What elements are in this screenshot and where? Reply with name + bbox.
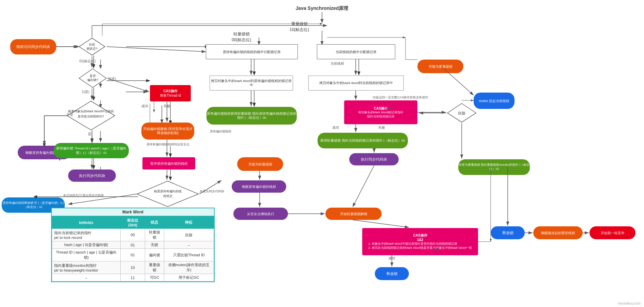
- orig-biased-alloc-record-node: 原持有偏向锁的线程的栈中分配锁记录: [206, 44, 298, 59]
- svg-text:偏向锁?: 偏向锁?: [87, 78, 98, 82]
- svg-marker-16: [79, 38, 105, 55]
- cell-bitfields-5: –: [52, 274, 121, 281]
- svg-text:程状态: 程状态: [163, 194, 172, 198]
- svg-marker-35: [137, 181, 198, 207]
- cas-op-heavy-ptr-node: CAS操作 将对象头的Mark Word锁记录指针 指向当前线程锁记录: [344, 100, 417, 124]
- get-light-lock-node: 获得轻量级锁 指向当前线程锁记录的指针 |（标志位）00: [318, 133, 408, 148]
- cell-state-4: 重量级锁: [145, 261, 164, 274]
- upgrade-to-light-node: 升级为轻量级锁: [237, 157, 283, 171]
- label-not: 不是: [66, 112, 73, 117]
- release-lock1-node: 释放锁: [491, 226, 525, 239]
- execute-sync-block2-node: 执行同步代码块: [349, 153, 399, 165]
- cell-state-3: 偏向锁: [145, 249, 164, 261]
- label-1-yes: 1(是): [82, 90, 89, 94]
- table-row: Thread ID | epoch | age | 1(是否偏向锁) 01 偏向…: [52, 249, 214, 261]
- label-yes: 是: [88, 132, 91, 136]
- svg-text:检查对象头的Mark Word中记录的: 检查对象头的Mark Word中记录的: [68, 110, 114, 113]
- self-spin-diamond: 自旋: [446, 103, 477, 123]
- cell-bitfields-4: 指向重量级monitor的指针ptr to heavyweight monito…: [52, 261, 121, 274]
- svg-line-72: [353, 165, 374, 207]
- spin-limit-label: 自旋达到一定次数CAS操作依然没有成功: [359, 95, 441, 100]
- svg-text:锁状态?: 锁状态?: [86, 47, 97, 50]
- mark-word-data-table: bitfields 标志位(2bit) 状态 特征 指向当前锁记录的指针ptr …: [52, 216, 214, 281]
- suspend-biased-node: 暂停原持有偏向锁的线程: [142, 157, 195, 169]
- new-competition-node: 开始新一轮竞争: [589, 226, 635, 239]
- svg-text:目前: 目前: [89, 43, 95, 46]
- label-fail-cas: 失败: [164, 104, 170, 109]
- cell-flag-5: 11: [121, 274, 145, 281]
- release-lock2-node: 释放锁: [375, 267, 409, 280]
- table-row: 指向重量级monitor的指针ptr to heavyweight monito…: [52, 261, 214, 274]
- label-success-cas: 成功: [141, 104, 148, 109]
- current-thread-alloc-record-node: 当前线程的栈中分配锁记录: [317, 44, 395, 59]
- cell-bitfields-3: Thread ID | epoch | age | 1(是否偏向锁): [52, 249, 121, 261]
- col-feature: 特征: [164, 216, 214, 229]
- wakeup-biased-thread2-node: 唤醒原有偏向锁的线程: [232, 180, 286, 193]
- watermark: mentalboy.com: [618, 302, 641, 305]
- upgrade-heavy-ptr-node: 转变为重量级锁 指向重量级锁monitor的指针 |（标志位）10: [458, 159, 530, 175]
- svg-line-73: [353, 220, 409, 227]
- execute-sync-block1-node: 执行同步代码块: [68, 169, 116, 182]
- heavy-lock-label: 重量级锁 10(标志位): [290, 21, 309, 33]
- cell-bitfields-2: hash | age | 0(是否偏向锁): [52, 241, 121, 249]
- current-lock-state-diamond: 目前 锁状态?: [78, 37, 106, 56]
- cell-feature-5: 用于标记GC: [164, 274, 214, 281]
- cell-feature-1: 自旋: [164, 229, 214, 241]
- is-biased-diamond: 是否 偏向锁?: [78, 68, 107, 88]
- cell-feature-2: –: [164, 241, 214, 249]
- get-biased-lock-node: 获得偏向锁 Thread Id | epoch | age |（是否偏向锁）1 …: [54, 143, 129, 158]
- table-row: hash | age | 0(是否偏向锁) 01 无锁 –: [52, 241, 214, 249]
- retry-label: 再尝试: [385, 106, 395, 111]
- execute-safely-node: 从安全点继续执行: [233, 208, 288, 220]
- cell-flag-2: 01: [121, 241, 145, 249]
- cell-feature-3: 只需比较Thread ID: [164, 249, 214, 261]
- thread-access-node: 线程访问同步代码块: [10, 39, 56, 54]
- cell-flag-4: 10: [121, 261, 145, 274]
- label-success-heavy: 成功: [332, 125, 339, 130]
- cell-feature-4: 依赖mutex(操作系统的互斥): [164, 261, 214, 274]
- start-biased-revoke-node: 开始偏向锁撤销 (等待竞争出现才释放锁的机制): [141, 123, 194, 140]
- cell-flag-3: 01: [121, 249, 145, 261]
- svg-line-47: [107, 47, 206, 52]
- label-0-no: 0(否): [108, 77, 116, 81]
- mutex-block-node: mutex 挂起当前线程: [474, 93, 515, 109]
- check-mark-word-diamond: 检查对象头的Mark Word中记录的 是否是当前线程ID?: [66, 100, 116, 131]
- cas-replace-thread-node: CAS操作 替换Thread id: [150, 85, 191, 101]
- table-row: – 11 可GC 用于标记GC: [52, 274, 214, 281]
- cell-state-5: 可GC: [145, 274, 164, 281]
- orig-biased-thread-label: 原有偏向锁线程: [210, 129, 231, 134]
- main-title: Java Synchronized原理: [239, 3, 405, 13]
- cell-flag-1: 00: [121, 229, 145, 241]
- wakeup-blocked-node: 唤醒被挂起的那些线程: [533, 226, 583, 239]
- svg-text:是否是当前线程ID?: 是否是当前线程ID?: [78, 115, 104, 118]
- biased-get-light-lock-node: 原有偏向锁线程获得轻量级锁 指向原持有偏向线程锁记录的指针 |（标志位）00: [206, 107, 297, 125]
- upgrade-to-heavy-node: 升级为重量级锁: [417, 60, 463, 73]
- label-fail-heavy: 失败: [378, 125, 385, 130]
- table-row: 指向当前锁记录的指针ptr to lock record 00 轻量级锁 自旋: [52, 229, 214, 241]
- light-lock-label: 轻量级锁 00(标志位): [232, 31, 251, 43]
- start-light-revoke-node: 开始轻量级锁解锁: [325, 208, 382, 220]
- svg-text:是否: 是否: [90, 74, 96, 78]
- svg-text:检查原持有偏向的线: 检查原持有偏向的线: [154, 190, 182, 193]
- copy-markword-current-node: 拷贝对象头中的Mark Word到当前线程的锁记录中: [308, 76, 404, 91]
- copy-markword-biased-node: 拷贝对象头中的Mark Word到原有偏向锁线程的锁记录中: [210, 76, 293, 91]
- label-fail-light: 失败: [433, 247, 440, 252]
- label-success-light: 成功: [388, 256, 395, 261]
- flag-01-label: 01(标志位): [79, 59, 96, 64]
- cell-state-1: 轻量级锁: [145, 229, 164, 241]
- col-bitfields: bitfields: [52, 216, 121, 229]
- svg-text:自旋: 自旋: [458, 111, 465, 115]
- col-flagbits: 标志位(2bit): [121, 216, 145, 229]
- col-state: 状态: [145, 216, 164, 229]
- cell-bitfields-1: 指向当前锁记录的指针ptr to lock record: [52, 229, 121, 241]
- cas-op-light-node: CAS操作1&2 1. 对象头中的Mark Word中锁记录指针是否仍指向当前线…: [362, 228, 478, 255]
- cell-state-2: 无锁: [145, 241, 164, 249]
- check-biased-state-diamond: 检查原持有偏向的线 程状态: [136, 180, 199, 208]
- current-thread-label-center: 当前线程: [331, 61, 344, 66]
- table-title: Mark Word: [52, 208, 214, 216]
- inactive-exit-label: 未活动状态/已退出同步代码块: [63, 193, 104, 198]
- diagram-container: Java Synchronized原理 重量级锁 10(标志位) 轻量级锁 00…: [0, 0, 644, 307]
- mark-word-table: Mark Word bitfields 标志位(2bit) 状态 特征 指向当前…: [51, 208, 215, 282]
- reach-safepoint-label: 原持有偏向锁的线程到达安全点: [136, 142, 199, 147]
- not-exit-sync-label: 未退出同步代码块: [200, 189, 224, 194]
